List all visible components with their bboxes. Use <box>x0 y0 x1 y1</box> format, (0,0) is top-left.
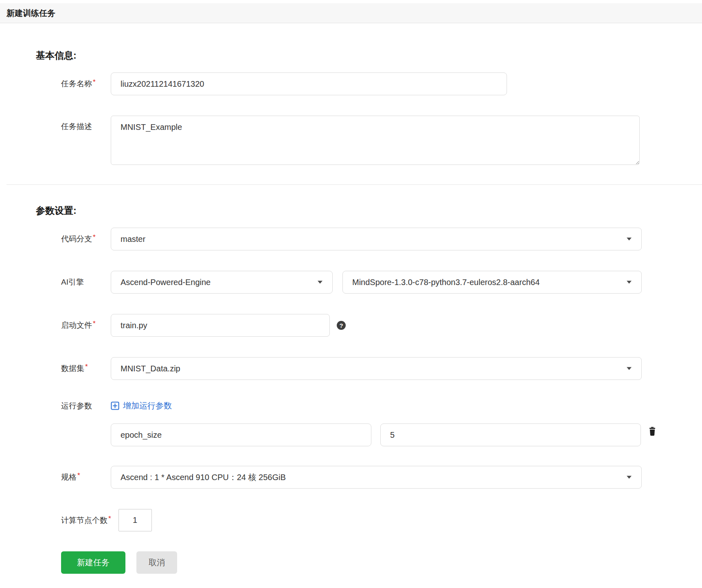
run-arg-item <box>111 423 702 446</box>
task-desc-textarea[interactable]: MNIST_Example <box>111 116 640 165</box>
run-arg-key-input[interactable] <box>111 423 371 446</box>
section-title-basic: 基本信息: <box>36 23 702 62</box>
plus-square-icon <box>111 402 119 410</box>
chevron-down-icon <box>627 238 632 241</box>
task-desc-row: 任务描述 MNIST_Example <box>61 116 702 165</box>
engine-version-select[interactable]: MindSpore-1.3.0-c78-python3.7-euleros2.8… <box>342 271 642 294</box>
required-asterisk: * <box>77 472 80 479</box>
dataset-label: 数据集* <box>61 363 111 374</box>
help-icon[interactable]: ? <box>337 321 346 330</box>
required-asterisk: * <box>93 320 96 327</box>
ai-engine-row: AI引擎 Ascend-Powered-Engine MindSpore-1.3… <box>61 271 702 294</box>
required-asterisk: * <box>108 515 111 522</box>
task-name-input[interactable] <box>111 72 507 95</box>
create-task-button[interactable]: 新建任务 <box>61 551 125 574</box>
chevron-down-icon <box>627 281 632 284</box>
run-args-row: 运行参数 增加运行参数 <box>61 400 702 411</box>
ai-engine-select[interactable]: Ascend-Powered-Engine <box>111 271 333 294</box>
dataset-select[interactable]: MNIST_Data.zip <box>111 357 642 380</box>
page-title: 新建训练任务 <box>7 8 55 19</box>
spec-label: 规格* <box>61 472 111 483</box>
add-run-arg-button[interactable]: 增加运行参数 <box>111 400 172 411</box>
code-branch-label: 代码分支* <box>61 234 111 244</box>
code-branch-value: master <box>121 235 145 244</box>
run-arg-value-input[interactable] <box>380 423 641 446</box>
boot-file-input[interactable] <box>111 314 330 337</box>
engine-version-value: MindSpore-1.3.0-c78-python3.7-euleros2.8… <box>352 278 540 287</box>
add-run-arg-label: 增加运行参数 <box>123 400 172 411</box>
task-name-label: 任务名称* <box>61 79 111 89</box>
page-header: 新建训练任务 <box>0 3 702 23</box>
spec-select[interactable]: Ascend : 1 * Ascend 910 CPU：24 核 256GiB <box>111 466 642 489</box>
trash-icon <box>648 427 656 436</box>
node-count-label: 计算节点个数* <box>61 515 111 526</box>
cancel-button[interactable]: 取消 <box>136 551 177 574</box>
chevron-down-icon <box>627 476 632 479</box>
required-asterisk: * <box>85 363 88 371</box>
task-name-row: 任务名称* <box>61 72 702 95</box>
top-gap <box>0 0 702 3</box>
node-count-row: 计算节点个数* <box>61 509 702 531</box>
run-args-label: 运行参数 <box>61 401 111 411</box>
task-desc-label: 任务描述 <box>61 116 111 132</box>
form-actions: 新建任务 取消 <box>61 551 702 574</box>
ai-engine-label: AI引擎 <box>61 277 111 287</box>
code-branch-row: 代码分支* master <box>61 228 702 250</box>
required-asterisk: * <box>93 78 96 86</box>
node-count-input[interactable] <box>118 509 152 531</box>
required-asterisk: * <box>93 233 96 241</box>
ai-engine-value: Ascend-Powered-Engine <box>121 278 211 287</box>
boot-file-label: 启动文件* <box>61 320 111 331</box>
spec-value: Ascend : 1 * Ascend 910 CPU：24 核 256GiB <box>121 472 286 483</box>
chevron-down-icon <box>318 281 322 284</box>
code-branch-select[interactable]: master <box>111 228 642 250</box>
delete-run-arg-button[interactable] <box>648 427 656 436</box>
boot-file-row: 启动文件* ? <box>61 314 702 337</box>
dataset-row: 数据集* MNIST_Data.zip <box>61 357 702 380</box>
section-title-params: 参数设置: <box>36 185 702 217</box>
chevron-down-icon <box>627 367 632 370</box>
dataset-value: MNIST_Data.zip <box>121 364 180 373</box>
spec-row: 规格* Ascend : 1 * Ascend 910 CPU：24 核 256… <box>61 466 702 489</box>
